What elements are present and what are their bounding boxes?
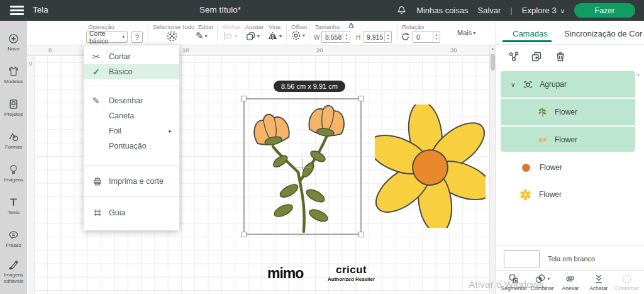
menu-item-foil[interactable]: Foil ▸ (84, 123, 179, 139)
layer-row-flower-circle[interactable]: Flower (501, 154, 635, 181)
selection-bounding-box[interactable] (243, 98, 362, 235)
height-stepper[interactable]: ▲ ▼ (384, 31, 391, 42)
my-stuff-link[interactable]: Minhas coisas (416, 6, 468, 15)
arrange-layers-icon (245, 31, 256, 42)
height-input[interactable]: 9,915 ▲ ▼ (363, 31, 392, 43)
group-button[interactable] (508, 50, 520, 65)
rotation-stepper[interactable]: ▲ ▼ (433, 31, 440, 42)
more-button[interactable]: Mais ▾ (457, 29, 475, 37)
menu-item-draw[interactable]: ✎ Desenhar (84, 93, 179, 108)
flatten-button[interactable]: Achatar (584, 271, 613, 294)
toolbar-divider (148, 24, 148, 42)
menu-item-pen[interactable]: Caneta (84, 108, 179, 123)
size-tooltip: 8.56 cm x 9.91 cm (274, 81, 345, 92)
layer-row-flower-petals[interactable]: Flower (501, 127, 635, 153)
combine-button[interactable]: ▾ Combinar (528, 271, 557, 294)
dropdown-arrow-icon: ▾ (547, 276, 550, 281)
toolbar-divider (397, 24, 397, 42)
mimo-logo: mimo (267, 265, 303, 282)
layers-panel: Camadas Sincronização de Cor ▲ ∨ Agrupar (496, 21, 644, 294)
edit-toolbar: Operação Corte básico ▾ ? Selecionar tud… (27, 21, 496, 45)
select-all-label: Selecionar tudo (153, 23, 194, 30)
scroll-up-icon[interactable]: ▲ (490, 47, 496, 50)
attach-button[interactable]: Anexar (557, 271, 585, 294)
operation-dropdown[interactable]: Corte básico ▾ (86, 31, 128, 43)
paperclip-icon (565, 273, 576, 285)
tab-color-sync[interactable]: Sincronização de Cor (564, 29, 642, 38)
daisy-flower-object[interactable] (375, 105, 486, 228)
stepper-down-icon[interactable]: ▼ (345, 37, 348, 41)
stepper-down-icon[interactable]: ▼ (435, 37, 438, 41)
menu-divider (84, 86, 179, 86)
chevron-down-icon[interactable]: ∨ (511, 81, 515, 88)
sidebar-item-editable-images[interactable]: Imagens editáveis (0, 255, 27, 288)
rotation-input[interactable]: 0 ▲ ▼ (413, 31, 440, 43)
resize-handle-top-left[interactable] (241, 96, 247, 101)
sprig-thumbnail (537, 106, 548, 118)
menu-item-cut[interactable]: ✂ Cortar (84, 49, 179, 64)
sidebar-item-images[interactable]: Imagens (0, 157, 27, 189)
menu-section-label[interactable]: Tela (33, 5, 48, 14)
guide-grid-icon (92, 208, 109, 218)
menu-item-basic-selected[interactable]: ✓ Básico (84, 64, 179, 79)
flip-label: Virar (269, 23, 281, 30)
help-button[interactable]: ? (131, 31, 143, 43)
width-stepper[interactable]: ▲ ▼ (343, 31, 350, 42)
slice-button[interactable]: Segmentar (500, 271, 528, 294)
offset-button[interactable]: ▾ (291, 30, 305, 41)
layer-name: Flower (539, 190, 562, 199)
width-input[interactable]: 8,558 ▲ ▼ (321, 31, 350, 43)
sidebar-item-text[interactable]: Texto (0, 189, 27, 222)
document-title[interactable]: Sem título* (179, 5, 261, 14)
project-board-icon (8, 98, 19, 110)
select-all-icon (167, 31, 177, 42)
select-all-button[interactable] (167, 31, 177, 42)
sidebar-item-phrases[interactable]: Frases (0, 222, 27, 255)
contour-button-disabled: Contornar (613, 271, 641, 294)
arrange-button[interactable]: ▾ (245, 31, 260, 42)
layer-row-flower-daisy[interactable]: Flower (501, 181, 635, 208)
resize-handle-top-right[interactable] (358, 96, 364, 101)
menu-item-print-then-cut[interactable]: Imprima e corte (84, 174, 179, 189)
edit-button[interactable]: ✎ ▾ (196, 30, 208, 42)
duplicate-button[interactable] (530, 50, 543, 65)
scrollbar-thumb[interactable] (491, 54, 495, 71)
make-it-button[interactable]: Fazer (574, 3, 635, 18)
canvas-scrollbar[interactable]: ▲ (489, 45, 496, 294)
size-lock-button[interactable] (347, 21, 355, 30)
sidebar-item-projects[interactable]: Projetos (0, 91, 27, 124)
slice-icon (508, 273, 519, 285)
layer-group-header[interactable]: ∨ Agrupar (501, 71, 635, 98)
layer-group-selected[interactable]: ∨ Agrupar Flower Flower (501, 71, 635, 152)
size-label: Tamanho (315, 23, 340, 30)
menu-item-guide[interactable]: Guia (84, 205, 179, 220)
resize-handle-bottom-right[interactable] (358, 232, 364, 237)
menu-divider (84, 165, 179, 166)
rotate-button[interactable] (400, 31, 411, 42)
delete-button[interactable] (554, 50, 567, 65)
layer-row-flower-sprig[interactable]: Flower (501, 99, 635, 125)
dropdown-arrow-icon: ▾ (205, 33, 208, 39)
canvas-mat-swatch[interactable] (504, 250, 540, 268)
sidebar-item-shapes[interactable]: Formas (0, 124, 27, 157)
menu-item-score[interactable]: Pontuação (84, 139, 179, 154)
sidebar-item-templates[interactable]: Modelos (0, 59, 27, 91)
selection-center-crosshair (294, 159, 311, 175)
tab-layers[interactable]: Camadas (513, 29, 548, 38)
rotation-label: Rotação (402, 23, 424, 30)
operation-dropdown-menu: ✂ Cortar ✓ Básico ✎ Desenhar Caneta Foil… (84, 45, 179, 230)
flip-button[interactable]: ▾ (267, 31, 282, 42)
shapes-icon (8, 131, 19, 143)
yellow-flower-thumbnail (519, 189, 531, 201)
notifications-bell-icon[interactable] (396, 5, 407, 16)
resize-handle-bottom-left[interactable] (241, 232, 247, 237)
align-icon (223, 31, 233, 42)
sidebar-item-new[interactable]: Novo (0, 26, 27, 59)
hamburger-menu-icon[interactable] (10, 6, 24, 16)
plus-circle-icon (8, 33, 19, 45)
width-label: W (314, 34, 319, 41)
machine-selector[interactable]: Explore 3 ∨ (522, 6, 565, 15)
save-link[interactable]: Salvar (478, 6, 501, 15)
stepper-down-icon[interactable]: ▼ (387, 37, 389, 41)
layer-list-scroll-up-icon[interactable]: ▲ (636, 72, 640, 76)
